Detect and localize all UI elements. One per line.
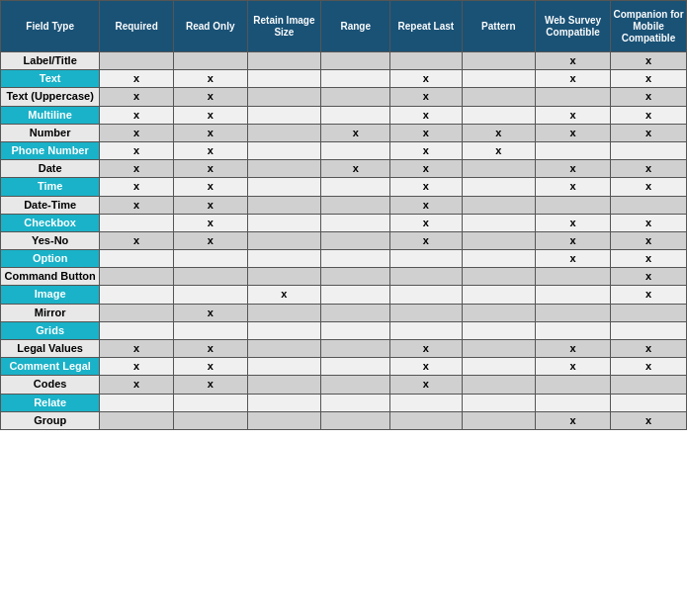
- cell-mobile: x: [610, 411, 686, 429]
- cell-range: [321, 376, 390, 394]
- table-row: Checkboxxxxx: [1, 214, 687, 231]
- cell-required: [100, 268, 174, 286]
- cell-pattern: [462, 196, 536, 214]
- cell-repeat: [390, 411, 462, 429]
- cell-repeat: [390, 250, 462, 268]
- cell-retain: [247, 70, 321, 88]
- cell-web: x: [536, 178, 611, 196]
- cell-web: x: [536, 358, 611, 376]
- check-mark: x: [133, 144, 139, 156]
- cell-required: [100, 214, 174, 231]
- col-header-mobile: Companion for Mobile Compatible: [610, 1, 686, 52]
- cell-range: [321, 88, 390, 106]
- cell-web: [536, 286, 611, 304]
- cell-mobile: [610, 376, 686, 394]
- cell-mobile: x: [610, 286, 686, 304]
- check-mark: x: [133, 127, 139, 138]
- check-mark: x: [495, 144, 501, 156]
- cell-pattern: [462, 304, 536, 321]
- check-mark: x: [645, 72, 651, 84]
- cell-pattern: [462, 106, 536, 124]
- check-mark: x: [423, 144, 429, 156]
- col-header-repeat: Repeat Last: [390, 1, 462, 52]
- check-mark: x: [645, 180, 651, 192]
- field-type-label: Checkbox: [1, 214, 100, 231]
- cell-repeat: x: [390, 196, 462, 214]
- table-row: Command Buttonx: [1, 268, 687, 286]
- cell-retain: [247, 250, 321, 268]
- table-row: Groupxx: [1, 411, 687, 429]
- check-mark: x: [208, 360, 214, 372]
- col-header-range: Range: [321, 1, 390, 52]
- cell-readonly: x: [173, 88, 247, 106]
- cell-web: [536, 196, 611, 214]
- cell-web: [536, 268, 611, 286]
- check-mark: x: [569, 252, 575, 264]
- cell-mobile: [610, 394, 686, 411]
- check-mark: x: [208, 342, 214, 354]
- cell-required: x: [100, 88, 174, 106]
- cell-range: [321, 214, 390, 231]
- check-mark: x: [645, 54, 651, 66]
- cell-readonly: x: [173, 196, 247, 214]
- cell-retain: [247, 411, 321, 429]
- check-mark: x: [569, 342, 575, 354]
- cell-web: [536, 376, 611, 394]
- cell-repeat: [390, 394, 462, 411]
- check-mark: x: [645, 414, 651, 426]
- check-mark: x: [423, 162, 429, 174]
- cell-required: [100, 394, 174, 411]
- cell-web: x: [536, 411, 611, 429]
- cell-readonly: [173, 321, 247, 339]
- cell-readonly: x: [173, 231, 247, 249]
- cell-retain: [247, 321, 321, 339]
- cell-retain: [247, 88, 321, 106]
- cell-pattern: [462, 286, 536, 304]
- check-mark: x: [423, 127, 429, 138]
- cell-range: [321, 394, 390, 411]
- cell-retain: [247, 394, 321, 411]
- table-row: Optionxx: [1, 250, 687, 268]
- check-mark: x: [208, 307, 214, 318]
- check-mark: x: [569, 54, 575, 66]
- check-mark: x: [133, 342, 139, 354]
- check-mark: x: [133, 234, 139, 246]
- cell-range: [321, 70, 390, 88]
- cell-readonly: x: [173, 304, 247, 321]
- field-type-label: Yes-No: [1, 231, 100, 249]
- cell-required: x: [100, 178, 174, 196]
- check-mark: x: [133, 72, 139, 84]
- check-mark: x: [645, 90, 651, 102]
- cell-required: x: [100, 141, 174, 159]
- cell-repeat: x: [390, 178, 462, 196]
- cell-repeat: x: [390, 106, 462, 124]
- field-type-label: Relate: [1, 394, 100, 411]
- cell-mobile: [610, 304, 686, 321]
- cell-retain: x: [247, 286, 321, 304]
- cell-mobile: x: [610, 358, 686, 376]
- field-type-label: Date: [1, 160, 100, 178]
- cell-retain: [247, 358, 321, 376]
- cell-repeat: x: [390, 340, 462, 358]
- table-row: Relate: [1, 394, 687, 411]
- cell-range: [321, 286, 390, 304]
- cell-pattern: [462, 321, 536, 339]
- cell-web: x: [536, 231, 611, 249]
- cell-mobile: x: [610, 250, 686, 268]
- check-mark: x: [645, 252, 651, 264]
- cell-pattern: [462, 411, 536, 429]
- cell-readonly: x: [173, 70, 247, 88]
- table-row: Legal Valuesxxxxx: [1, 340, 687, 358]
- cell-pattern: [462, 70, 536, 88]
- cell-mobile: [610, 321, 686, 339]
- cell-readonly: x: [173, 214, 247, 231]
- table-row: Codesxxx: [1, 376, 687, 394]
- check-mark: x: [208, 72, 214, 84]
- check-mark: x: [133, 109, 139, 121]
- cell-mobile: x: [610, 178, 686, 196]
- cell-mobile: x: [610, 340, 686, 358]
- check-mark: x: [645, 127, 651, 138]
- cell-readonly: x: [173, 160, 247, 178]
- check-mark: x: [208, 109, 214, 121]
- check-mark: x: [645, 234, 651, 246]
